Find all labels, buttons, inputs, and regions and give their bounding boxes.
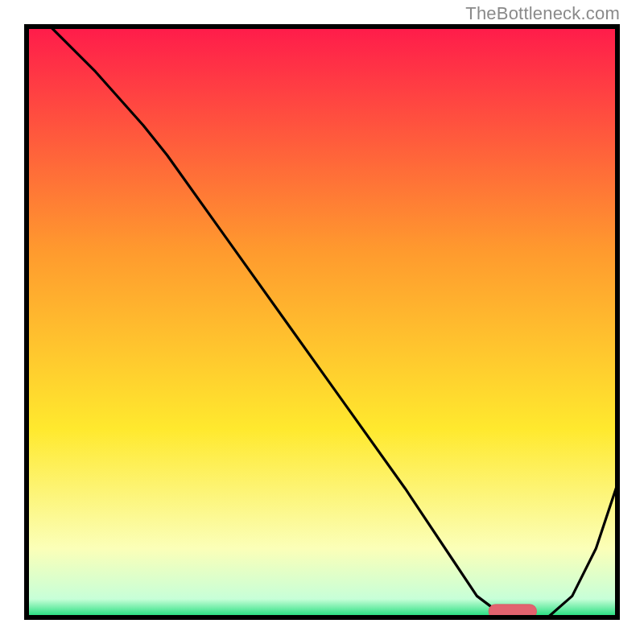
plot-area bbox=[24, 24, 620, 620]
plot-svg bbox=[24, 24, 620, 620]
bottleneck-curve bbox=[48, 24, 620, 617]
attribution-label: TheBottleneck.com bbox=[465, 3, 620, 24]
optimal-marker bbox=[489, 605, 536, 618]
chart-container: TheBottleneck.com bbox=[0, 0, 644, 644]
